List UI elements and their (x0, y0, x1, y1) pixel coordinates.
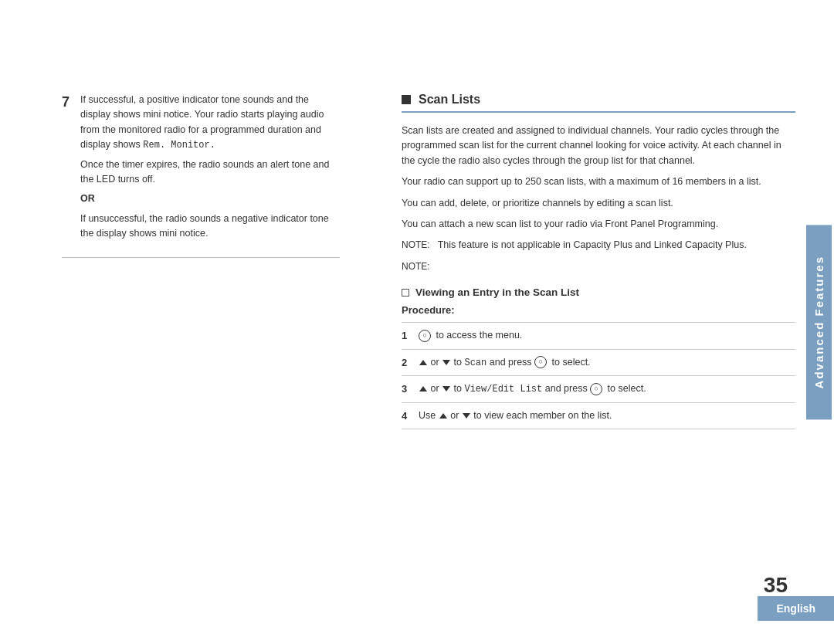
arrow-down-icon-3 (442, 386, 450, 391)
step-3-code: View/Edit List (464, 384, 542, 395)
body-note-1: NOTE: This feature is not applicable in … (402, 238, 795, 253)
english-badge: English (758, 596, 834, 621)
procedure-step-2: 2 or to Scan and press ○ to select. (402, 350, 795, 377)
heading-square-icon (402, 95, 411, 104)
body-para-1: Scan lists are created and assigned to i… (402, 124, 795, 168)
body-para-3: You can add, delete, or prioritize chann… (402, 196, 795, 211)
body-para-2: Your radio can support up to 250 scan li… (402, 175, 795, 189)
body-note-2: NOTE: (402, 259, 795, 274)
procedure-steps: 1 ○ to access the menu. 2 or to Scan and… (402, 322, 795, 429)
step7-or: OR (80, 192, 340, 206)
page-container: 7 If successful, a positive indicator to… (0, 0, 834, 644)
step7-code1: Rem. Monitor. (143, 140, 215, 151)
arrow-down-icon-4 (463, 413, 470, 419)
advanced-features-tab: Advanced Features (803, 0, 834, 644)
step7-body: If successful, a positive indicator tone… (80, 93, 340, 246)
step7-p2: Once the timer expires, the radio sounds… (80, 158, 340, 188)
step-4-content: Use or to view each member on the list. (419, 408, 795, 423)
viewing-entry-heading: Viewing an Entry in the Scan List (402, 286, 795, 298)
procedure-label: Procedure: (402, 304, 795, 316)
arrow-down-icon-2 (442, 360, 450, 365)
step-2-content: or to Scan and press ○ to select. (419, 355, 795, 370)
arrow-up-icon-3 (419, 386, 427, 391)
left-column-divider (62, 257, 340, 258)
scan-lists-heading: Scan Lists (402, 93, 795, 113)
step7-block: 7 If successful, a positive indicator to… (62, 93, 340, 246)
section-heading-text: Scan Lists (419, 93, 480, 107)
menu-button-icon: ○ (419, 330, 431, 342)
procedure-step-4: 4 Use or to view each member on the list… (402, 403, 795, 430)
step7-p1: If successful, a positive indicator tone… (80, 93, 340, 153)
ok-button-icon-2: ○ (534, 356, 547, 368)
step-1-content: ○ to access the menu. (419, 328, 795, 343)
left-column: 7 If successful, a positive indicator to… (0, 0, 371, 644)
step-4-number: 4 (402, 408, 415, 424)
advanced-features-label: Advanced Features (806, 225, 832, 419)
right-column: Scan Lists Scan lists are created and as… (371, 0, 834, 644)
section-body-text: Scan lists are created and assigned to i… (402, 124, 795, 274)
ok-button-icon-3: ○ (590, 383, 602, 395)
step-2-number: 2 (402, 355, 415, 371)
step-3-content: or to View/Edit List and press ○ to sele… (419, 381, 795, 396)
step-1-number: 1 (402, 328, 415, 344)
note-label-1: NOTE: (402, 239, 438, 250)
step7-number: 7 (62, 93, 80, 112)
procedure-step-1: 1 ○ to access the menu. (402, 322, 795, 350)
sub-section-square-icon (402, 289, 409, 297)
step-2-code: Scan (464, 358, 486, 368)
arrow-up-icon-4 (439, 413, 447, 419)
step7-p3: If unsuccessful, the radio sounds a nega… (80, 212, 340, 242)
procedure-step-3: 3 or to View/Edit List and press ○ to se… (402, 376, 795, 403)
step-3-number: 3 (402, 381, 415, 397)
arrow-up-icon-2 (419, 360, 427, 365)
note-label-2: NOTE: (402, 261, 430, 272)
sub-section-text: Viewing an Entry in the Scan List (415, 286, 579, 298)
body-para-4: You can attach a new scan list to your r… (402, 217, 795, 232)
page-number: 35 (764, 573, 788, 598)
